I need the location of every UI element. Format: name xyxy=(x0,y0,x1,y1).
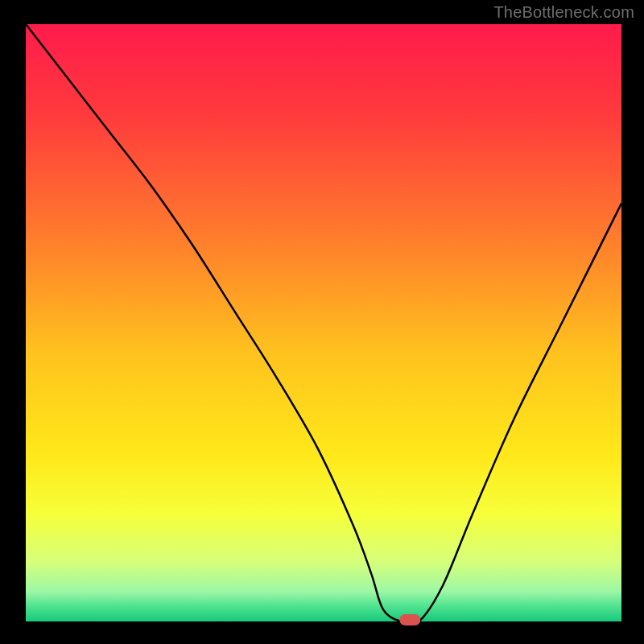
plot-background-gradient xyxy=(26,24,621,621)
chart-svg xyxy=(0,0,644,644)
optimal-point-marker xyxy=(399,614,420,625)
watermark-text: TheBottleneck.com xyxy=(493,3,634,22)
chart-frame: TheBottleneck.com xyxy=(0,0,644,644)
